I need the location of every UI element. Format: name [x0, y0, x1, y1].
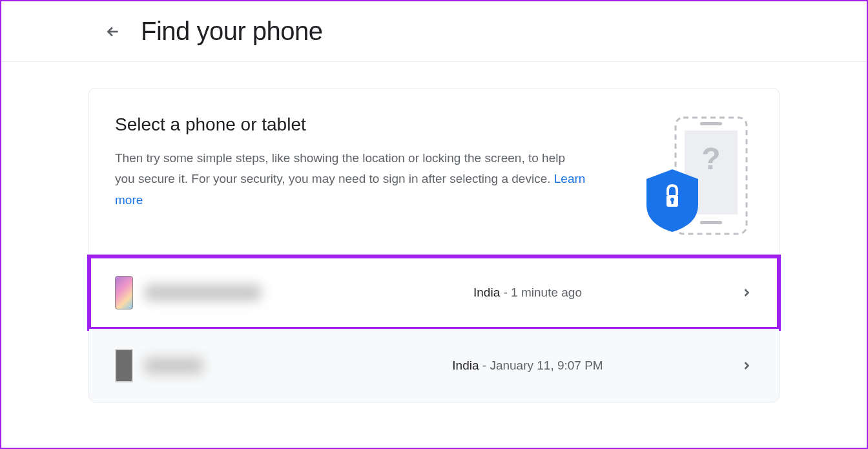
svg-rect-3	[700, 221, 722, 224]
device-icon-column	[115, 349, 283, 382]
page-header: Find your phone	[1, 1, 867, 62]
device-row-1[interactable]: India - 1 minute ago	[89, 256, 779, 329]
separator: -	[500, 286, 511, 299]
card-description: Then try some simple steps, like showing…	[115, 148, 586, 211]
separator: -	[479, 359, 490, 372]
chevron-right-icon	[740, 286, 753, 299]
card-header: Select a phone or tablet Then try some s…	[89, 89, 779, 256]
device-time: 1 minute ago	[511, 286, 582, 299]
phone-icon	[115, 349, 133, 382]
device-info: India - January 11, 9:07 PM	[283, 359, 740, 373]
device-card: Select a phone or tablet Then try some s…	[88, 88, 780, 402]
chevron-right-icon	[740, 359, 753, 372]
device-time: January 11, 9:07 PM	[490, 359, 603, 372]
device-info: India - 1 minute ago	[283, 286, 740, 300]
device-name-redacted	[145, 357, 203, 374]
svg-text:?: ?	[701, 141, 720, 176]
svg-rect-2	[700, 122, 722, 125]
phone-shield-illustration: ?	[643, 114, 753, 237]
device-row-2[interactable]: India - January 11, 9:07 PM	[89, 329, 779, 402]
card-title: Select a phone or tablet	[115, 114, 624, 135]
page-title: Find your phone	[141, 17, 323, 46]
device-location: India	[473, 286, 500, 299]
device-icon-column	[115, 276, 283, 309]
device-location: India	[452, 359, 479, 372]
back-arrow-icon[interactable]	[105, 23, 121, 40]
description-text: Then try some simple steps, like showing…	[115, 151, 565, 185]
card-header-text: Select a phone or tablet Then try some s…	[115, 114, 624, 237]
svg-rect-7	[672, 200, 674, 204]
device-name-redacted	[145, 284, 261, 301]
phone-icon	[115, 276, 133, 309]
